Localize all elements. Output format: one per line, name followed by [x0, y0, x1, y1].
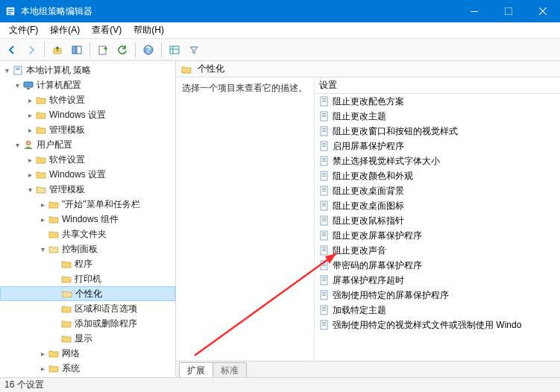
tree-personalization[interactable]: ·个性化	[0, 286, 175, 301]
svg-rect-77	[322, 294, 326, 294]
folder-icon	[35, 94, 47, 106]
setting-item[interactable]: 阻止更改颜色和外观	[315, 168, 560, 183]
close-button[interactable]	[526, 0, 560, 22]
tab-standard[interactable]: 标准	[213, 362, 247, 377]
all-settings-button[interactable]	[166, 41, 183, 59]
expand-icon[interactable]: ▸	[37, 364, 48, 373]
setting-item[interactable]: 阻止更改主题	[315, 109, 560, 124]
menu-view[interactable]: 查看(V)	[87, 22, 126, 38]
tree-label: 程序	[75, 258, 92, 271]
tree-system[interactable]: ▸系统	[0, 361, 175, 376]
filter-button[interactable]	[185, 41, 203, 59]
setting-item[interactable]: 阻止更改鼠标指针	[315, 213, 560, 228]
show-hide-tree-button[interactable]	[68, 41, 86, 59]
setting-item[interactable]: 加载特定主题	[315, 303, 560, 317]
help-button[interactable]: ?	[139, 41, 157, 59]
expand-icon[interactable]: ▸	[37, 350, 48, 358]
svg-rect-78	[322, 295, 326, 296]
expand-icon[interactable]: ▾	[25, 186, 35, 194]
expand-icon[interactable]: ▸	[37, 200, 48, 209]
setting-item[interactable]: 阻止更改桌面图标	[315, 198, 560, 213]
svg-rect-44	[322, 173, 326, 174]
tree-c-windows[interactable]: ▸Windows 设置	[0, 107, 175, 122]
setting-item[interactable]: 强制使用特定的视觉样式文件或强制使用 Windo	[315, 317, 560, 332]
svg-rect-53	[322, 204, 326, 205]
setting-item[interactable]: 阻止更改桌面背景	[315, 183, 560, 198]
expand-icon[interactable]: ▾	[12, 81, 22, 89]
minimize-button[interactable]	[457, 0, 491, 22]
path-label: 个性化	[198, 63, 224, 75]
expand-icon[interactable]: ▸	[25, 171, 35, 179]
setting-label: 阻止更改颜色和外观	[333, 170, 413, 183]
refresh-button[interactable]	[113, 41, 131, 59]
setting-item[interactable]: 带密码的屏幕保护程序	[315, 258, 560, 273]
expand-icon: ·	[50, 260, 60, 268]
tree-u-admin[interactable]: ▾管理模板	[0, 182, 175, 197]
column-header-setting[interactable]: 设置	[315, 78, 560, 94]
menu-file[interactable]: 文件(F)	[4, 22, 43, 38]
menu-action[interactable]: 操作(A)	[45, 22, 84, 38]
tree-label: 网络	[62, 347, 80, 360]
setting-icon	[319, 96, 330, 107]
setting-icon	[319, 111, 330, 121]
tree-win-components[interactable]: ▸Windows 组件	[0, 212, 175, 227]
svg-rect-34	[322, 131, 326, 132]
setting-label: 加载特定主题	[333, 304, 386, 317]
svg-rect-20	[24, 82, 33, 87]
tree-label: Windows 设置	[49, 168, 106, 181]
tree-u-software[interactable]: ▸软件设置	[0, 152, 175, 167]
svg-rect-21	[27, 88, 30, 89]
svg-rect-65	[322, 249, 326, 250]
expand-icon[interactable]: ▾	[12, 141, 22, 149]
expand-icon[interactable]: ▸	[25, 156, 35, 164]
tree-region-lang[interactable]: ·区域和语言选项	[0, 301, 175, 316]
setting-item[interactable]: 屏幕保护程序超时	[315, 273, 560, 288]
setting-item[interactable]: 阻止更改声音	[315, 243, 560, 258]
tree-user-config[interactable]: ▾ 用户配置	[0, 137, 175, 152]
tree-u-windows[interactable]: ▸Windows 设置	[0, 167, 175, 182]
expand-icon[interactable]: ▸	[37, 215, 48, 224]
tree-root[interactable]: ▾ 本地计算机 策略	[0, 63, 175, 78]
expand-icon[interactable]: ▸	[25, 111, 35, 119]
setting-item[interactable]: 启用屏幕保护程序	[315, 139, 560, 154]
up-level-button[interactable]	[48, 41, 66, 59]
setting-item[interactable]: 禁止选择视觉样式字体大小	[315, 154, 560, 168]
tree-control-panel[interactable]: ▾控制面板	[0, 241, 175, 256]
expand-icon[interactable]: ▾	[37, 245, 48, 253]
tab-extended[interactable]: 扩展	[179, 362, 213, 377]
tree-printers[interactable]: ·打印机	[0, 271, 175, 286]
expand-icon[interactable]: ▾	[1, 66, 12, 75]
setting-item[interactable]: 强制使用特定的屏幕保护程序	[315, 288, 560, 303]
tree-display[interactable]: ·显示	[0, 331, 175, 346]
tree-add-remove[interactable]: ·添加或删除程序	[0, 316, 175, 331]
svg-rect-52	[322, 203, 326, 203]
tree-computer-config[interactable]: ▾ 计算机配置	[0, 78, 175, 92]
maximize-button[interactable]	[491, 0, 526, 22]
setting-icon	[319, 141, 330, 151]
tree-programs[interactable]: ·程序	[0, 256, 175, 271]
svg-rect-32	[322, 128, 326, 129]
tree-label: 用户配置	[37, 139, 72, 151]
expand-icon[interactable]: ▸	[25, 126, 35, 134]
tree-shared-folders[interactable]: ·共享文件夹	[0, 227, 175, 241]
export-list-button[interactable]	[94, 41, 112, 59]
folder-icon	[48, 347, 60, 359]
setting-label: 阻止更改窗口和按钮的视觉样式	[333, 125, 458, 138]
tree-c-software[interactable]: ▸软件设置	[0, 92, 175, 107]
description-text: 选择一个项目来查看它的描述。	[182, 82, 308, 95]
expand-icon[interactable]: ▸	[25, 96, 35, 104]
tree-label: 个性化	[75, 288, 102, 300]
tree-pane[interactable]: ▾ 本地计算机 策略 ▾ 计算机配置 ▸软件设置 ▸Windows 设置 ▸管理…	[0, 61, 176, 377]
setting-item[interactable]: 阻止更改配色方案	[315, 94, 560, 109]
tree-network[interactable]: ▸网络	[0, 346, 175, 361]
setting-item[interactable]: 阻止更改窗口和按钮的视觉样式	[315, 124, 560, 139]
settings-list[interactable]: 设置 阻止更改配色方案阻止更改主题阻止更改窗口和按钮的视觉样式启用屏幕保护程序禁…	[315, 78, 560, 361]
svg-rect-76	[322, 292, 326, 293]
nav-forward-button[interactable]	[22, 41, 40, 59]
svg-rect-62	[322, 235, 326, 236]
tree-start-taskbar[interactable]: ▸"开始"菜单和任务栏	[0, 197, 175, 212]
setting-item[interactable]: 阻止更改屏幕保护程序	[315, 228, 560, 243]
nav-back-button[interactable]	[3, 41, 21, 59]
tree-c-admin[interactable]: ▸管理模板	[0, 122, 175, 137]
menu-help[interactable]: 帮助(H)	[129, 22, 169, 38]
